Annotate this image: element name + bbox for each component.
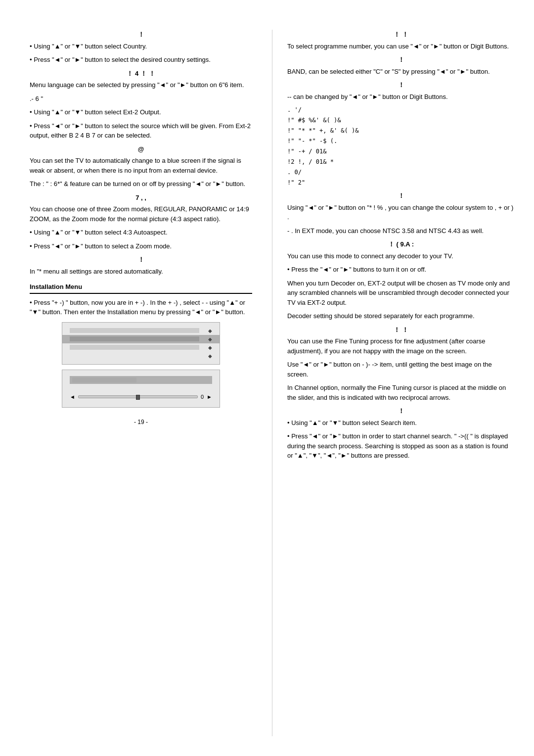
left-para4: In "* menu all settings are stored autom… xyxy=(30,267,252,277)
left-para3: You can choose one of three Zoom modes, … xyxy=(30,204,252,224)
right-heading4: ！ xyxy=(287,191,515,201)
slider-left-icon: ◄ xyxy=(70,394,75,400)
right-heading1: ！ ！ xyxy=(287,30,515,40)
left-bullet5: • Using "▲" or "▼" button select 4:3 Aut… xyxy=(30,228,252,237)
menu-arrow-2: ◆ xyxy=(208,336,212,342)
right-para3: -- can be changed by "◄" or "►" button o… xyxy=(287,92,515,102)
symbol-row-5: !2 !, / 01& * xyxy=(287,157,515,166)
page-number: - 19 - xyxy=(30,418,252,426)
slider-right-icon: ► xyxy=(207,394,212,400)
installation-title: Installation Menu xyxy=(30,282,252,294)
right-column: ！ ！ To select programme number, you can … xyxy=(277,30,515,736)
installation-menu-box: ◆ ◆ ◆ ◆ xyxy=(62,322,220,365)
right-para7: When you turn Decoder on, EXT-2 output w… xyxy=(287,279,515,308)
left-para2: The : " : 6*" & feature can be turned on… xyxy=(30,179,252,189)
right-bullet1: • Press the "◄" or "►" buttons to turn i… xyxy=(287,265,515,275)
symbol-row-6: . 0/ xyxy=(287,168,515,177)
slider-track xyxy=(78,395,198,398)
right-bullet2: • Using "▲" or "▼" button select Search … xyxy=(287,418,515,428)
menu-arrow-3: ◆ xyxy=(208,345,212,350)
menu-row-2: ◆ xyxy=(62,335,220,343)
left-heading5: ！ xyxy=(30,255,252,265)
left-bullet7: • Press "+ -) " button, now you are in +… xyxy=(30,298,252,317)
right-heading3: ！ xyxy=(287,80,515,90)
right-para2: BAND, can be selected either "C" or "S" … xyxy=(287,67,515,77)
symbol-row-0: . '/ xyxy=(287,105,515,114)
slider-thumb xyxy=(136,395,140,400)
slider-center-label: 0 xyxy=(201,394,204,400)
right-para4: Using "◄" or "►" button on "* ! % , you … xyxy=(287,203,515,222)
slider-box: ◄ 0 ► xyxy=(62,370,220,408)
symbol-row-1: !" #$ %&' &( )& xyxy=(287,116,515,125)
menu-row-3: ◆ xyxy=(62,343,220,352)
slider-selected-row xyxy=(70,376,212,384)
menu-row-1: ◆ xyxy=(62,327,220,335)
left-bullet3: • Using "▲" or "▼" button select Ext-2 O… xyxy=(30,107,252,117)
right-bullet3: • Press "◄" or "►" button in order to st… xyxy=(287,431,515,461)
right-para1: To select programme number, you can use … xyxy=(287,42,515,51)
symbol-row-4: !" -+ / 01& xyxy=(287,147,515,156)
slider-bar-row: ◄ 0 ► xyxy=(70,394,212,400)
left-menu-lang: Menu language can be selected by pressin… xyxy=(30,80,252,90)
menu-arrow-4: ◆ xyxy=(208,353,212,359)
left-column: ！ • Using "▲" or "▼" button select Count… xyxy=(30,30,267,736)
right-para6: You can use this mode to connect any dec… xyxy=(287,251,515,261)
left-heading4: 7 , , xyxy=(30,193,252,203)
page: ！ • Using "▲" or "▼" button select Count… xyxy=(0,0,534,756)
left-heading3: @ xyxy=(30,144,252,154)
right-para10: Use "◄" or "►" button on - )- -> item, u… xyxy=(287,360,515,379)
symbol-row-7: !" 2" xyxy=(287,178,515,187)
symbols-block: . '/ !" #$ %&' &( )& !" "* *" +, &' &( )… xyxy=(287,105,515,187)
left-heading2: ！ 4 ！ ！ xyxy=(30,69,252,79)
right-heading6: ！ ！ xyxy=(287,325,515,335)
symbol-row-2: !" "* *" +, &' &( )& xyxy=(287,126,515,135)
left-item6: .- 6 " xyxy=(30,94,252,104)
left-bullet4: • Press "◄" or "►" button to select the … xyxy=(30,121,252,141)
menu-row-4: ◆ xyxy=(62,352,220,360)
left-heading1: ！ xyxy=(30,30,252,40)
right-para8: Decoder setting should be stored separat… xyxy=(287,311,515,321)
left-bullet6: • Press "◄" or "►" button to select a Zo… xyxy=(30,241,252,251)
right-heading7: ！ xyxy=(287,406,515,416)
left-para1: You can set the TV to automatically chan… xyxy=(30,156,252,175)
right-para11: In Channel option, normally the Fine Tun… xyxy=(287,383,515,402)
right-para5: - . In EXT mode, you can choose NTSC 3.5… xyxy=(287,226,515,236)
left-bullet2: • Press "◄" or "►" button to select the … xyxy=(30,55,252,65)
right-heading2: ！ xyxy=(287,55,515,65)
menu-arrow-1: ◆ xyxy=(208,328,212,333)
symbol-row-3: !" "- *" -$ (. xyxy=(287,137,515,145)
right-heading5: ！ ( 9.A : xyxy=(287,239,515,249)
column-divider xyxy=(272,30,272,736)
right-para9: You can use the Fine Tuning process for … xyxy=(287,336,515,356)
left-bullet1: • Using "▲" or "▼" button select Country… xyxy=(30,42,252,51)
